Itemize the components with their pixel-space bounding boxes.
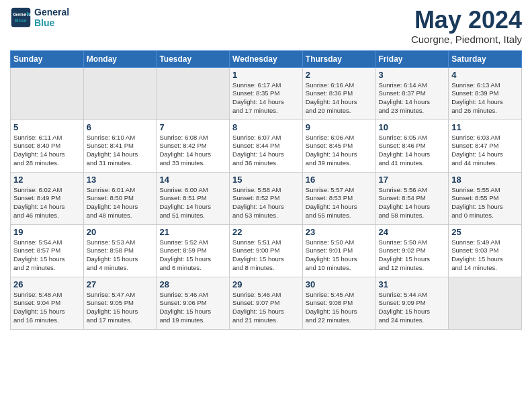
day-number: 20	[87, 227, 154, 237]
calendar-cell: 19Sunrise: 5:54 AM Sunset: 8:57 PM Dayli…	[11, 224, 84, 277]
calendar-cell: 15Sunrise: 5:58 AM Sunset: 8:52 PM Dayli…	[230, 172, 303, 224]
day-info: Sunrise: 6:08 AM Sunset: 8:42 PM Dayligh…	[159, 134, 226, 168]
calendar-cell: 31Sunrise: 5:44 AM Sunset: 9:09 PM Dayli…	[375, 277, 449, 329]
day-number: 1	[232, 70, 300, 80]
day-info: Sunrise: 5:45 AM Sunset: 9:08 PM Dayligh…	[306, 291, 373, 325]
day-number: 21	[159, 227, 226, 237]
calendar-cell: 1Sunrise: 6:17 AM Sunset: 8:35 PM Daylig…	[230, 67, 303, 120]
calendar-cell: 9Sunrise: 6:06 AM Sunset: 8:45 PM Daylig…	[302, 120, 375, 172]
day-info: Sunrise: 5:53 AM Sunset: 8:58 PM Dayligh…	[87, 238, 154, 273]
day-number: 29	[232, 279, 300, 289]
day-number: 3	[379, 70, 446, 80]
logo: General Blue General Blue	[10, 7, 69, 28]
day-number: 25	[451, 227, 519, 237]
week-row-3: 12Sunrise: 6:02 AM Sunset: 8:49 PM Dayli…	[11, 172, 522, 224]
calendar-cell: 18Sunrise: 5:55 AM Sunset: 8:55 PM Dayli…	[449, 172, 522, 224]
day-number: 31	[379, 279, 446, 289]
day-info: Sunrise: 5:50 AM Sunset: 9:01 PM Dayligh…	[306, 238, 373, 273]
calendar-cell: 10Sunrise: 6:05 AM Sunset: 8:46 PM Dayli…	[375, 120, 449, 172]
calendar-cell: 28Sunrise: 5:46 AM Sunset: 9:06 PM Dayli…	[157, 277, 230, 329]
day-info: Sunrise: 5:55 AM Sunset: 8:55 PM Dayligh…	[451, 186, 519, 220]
day-number: 17	[379, 175, 446, 185]
day-info: Sunrise: 6:00 AM Sunset: 8:51 PM Dayligh…	[159, 186, 226, 220]
calendar-cell: 20Sunrise: 5:53 AM Sunset: 8:58 PM Dayli…	[83, 224, 157, 277]
day-number: 13	[87, 175, 154, 185]
day-info: Sunrise: 5:48 AM Sunset: 9:04 PM Dayligh…	[13, 291, 81, 325]
calendar-cell: 13Sunrise: 6:01 AM Sunset: 8:50 PM Dayli…	[83, 172, 157, 224]
calendar-body: 1Sunrise: 6:17 AM Sunset: 8:35 PM Daylig…	[11, 67, 522, 329]
header-friday: Friday	[375, 50, 449, 67]
week-row-2: 5Sunrise: 6:11 AM Sunset: 8:40 PM Daylig…	[11, 120, 522, 172]
svg-text:Blue: Blue	[15, 17, 27, 24]
day-number: 23	[306, 227, 373, 237]
week-row-4: 19Sunrise: 5:54 AM Sunset: 8:57 PM Dayli…	[11, 224, 522, 277]
location-subtitle: Cuorgne, Piedmont, Italy	[411, 34, 522, 45]
day-number: 8	[232, 122, 300, 132]
page-header: General Blue General Blue May 2024 Cuorg…	[10, 7, 522, 45]
day-info: Sunrise: 5:46 AM Sunset: 9:06 PM Dayligh…	[159, 291, 226, 325]
calendar-cell	[83, 67, 157, 120]
calendar-cell: 14Sunrise: 6:00 AM Sunset: 8:51 PM Dayli…	[157, 172, 230, 224]
calendar-cell	[449, 277, 522, 329]
day-number: 9	[306, 122, 373, 132]
calendar-cell: 29Sunrise: 5:46 AM Sunset: 9:07 PM Dayli…	[230, 277, 303, 329]
day-number: 24	[379, 227, 446, 237]
calendar-cell: 8Sunrise: 6:07 AM Sunset: 8:44 PM Daylig…	[230, 120, 303, 172]
day-number: 26	[13, 279, 81, 289]
header-thursday: Thursday	[302, 50, 375, 67]
calendar-cell: 11Sunrise: 6:03 AM Sunset: 8:47 PM Dayli…	[449, 120, 522, 172]
day-info: Sunrise: 6:14 AM Sunset: 8:37 PM Dayligh…	[379, 81, 446, 116]
day-number: 7	[159, 122, 226, 132]
day-info: Sunrise: 6:05 AM Sunset: 8:46 PM Dayligh…	[379, 134, 446, 168]
day-number: 15	[232, 175, 300, 185]
day-info: Sunrise: 6:10 AM Sunset: 8:41 PM Dayligh…	[87, 134, 154, 168]
day-info: Sunrise: 5:51 AM Sunset: 9:00 PM Dayligh…	[232, 238, 300, 273]
calendar-cell: 2Sunrise: 6:16 AM Sunset: 8:36 PM Daylig…	[302, 67, 375, 120]
day-info: Sunrise: 5:46 AM Sunset: 9:07 PM Dayligh…	[232, 291, 300, 325]
calendar-cell: 25Sunrise: 5:49 AM Sunset: 9:03 PM Dayli…	[449, 224, 522, 277]
day-info: Sunrise: 5:58 AM Sunset: 8:52 PM Dayligh…	[232, 186, 300, 220]
day-number: 10	[379, 122, 446, 132]
calendar-header: SundayMondayTuesdayWednesdayThursdayFrid…	[11, 50, 522, 67]
day-number: 12	[13, 175, 81, 185]
header-row: SundayMondayTuesdayWednesdayThursdayFrid…	[11, 50, 522, 67]
day-number: 2	[306, 70, 373, 80]
day-info: Sunrise: 5:50 AM Sunset: 9:02 PM Dayligh…	[379, 238, 446, 273]
calendar-cell	[11, 67, 84, 120]
day-number: 30	[306, 279, 373, 289]
logo-text-line1: General	[34, 7, 69, 17]
day-number: 18	[451, 175, 519, 185]
title-block: May 2024 Cuorgne, Piedmont, Italy	[411, 7, 522, 45]
day-info: Sunrise: 6:02 AM Sunset: 8:49 PM Dayligh…	[13, 186, 81, 220]
calendar-cell: 3Sunrise: 6:14 AM Sunset: 8:37 PM Daylig…	[375, 67, 449, 120]
day-info: Sunrise: 5:57 AM Sunset: 8:53 PM Dayligh…	[306, 186, 373, 220]
day-info: Sunrise: 5:44 AM Sunset: 9:09 PM Dayligh…	[379, 291, 446, 325]
header-monday: Monday	[83, 50, 157, 67]
calendar-cell: 17Sunrise: 5:56 AM Sunset: 8:54 PM Dayli…	[375, 172, 449, 224]
day-number: 6	[87, 122, 154, 132]
day-number: 27	[87, 279, 154, 289]
day-info: Sunrise: 5:52 AM Sunset: 8:59 PM Dayligh…	[159, 238, 226, 273]
day-info: Sunrise: 5:47 AM Sunset: 9:05 PM Dayligh…	[87, 291, 154, 325]
day-number: 19	[13, 227, 81, 237]
day-number: 14	[159, 175, 226, 185]
week-row-1: 1Sunrise: 6:17 AM Sunset: 8:35 PM Daylig…	[11, 67, 522, 120]
logo-icon: General Blue	[10, 7, 32, 28]
calendar-table: SundayMondayTuesdayWednesdayThursdayFrid…	[10, 50, 522, 330]
day-info: Sunrise: 6:01 AM Sunset: 8:50 PM Dayligh…	[87, 186, 154, 220]
logo-text-line2: Blue	[34, 17, 69, 28]
calendar-cell: 12Sunrise: 6:02 AM Sunset: 8:49 PM Dayli…	[11, 172, 84, 224]
header-tuesday: Tuesday	[157, 50, 230, 67]
calendar-cell: 5Sunrise: 6:11 AM Sunset: 8:40 PM Daylig…	[11, 120, 84, 172]
calendar-cell: 4Sunrise: 6:13 AM Sunset: 8:39 PM Daylig…	[449, 67, 522, 120]
week-row-5: 26Sunrise: 5:48 AM Sunset: 9:04 PM Dayli…	[11, 277, 522, 329]
day-info: Sunrise: 5:56 AM Sunset: 8:54 PM Dayligh…	[379, 186, 446, 220]
header-saturday: Saturday	[449, 50, 522, 67]
day-number: 4	[451, 70, 519, 80]
calendar-cell: 22Sunrise: 5:51 AM Sunset: 9:00 PM Dayli…	[230, 224, 303, 277]
day-info: Sunrise: 6:17 AM Sunset: 8:35 PM Dayligh…	[232, 81, 300, 116]
day-info: Sunrise: 6:11 AM Sunset: 8:40 PM Dayligh…	[13, 134, 81, 168]
day-number: 22	[232, 227, 300, 237]
day-number: 11	[451, 122, 519, 132]
header-sunday: Sunday	[11, 50, 84, 67]
